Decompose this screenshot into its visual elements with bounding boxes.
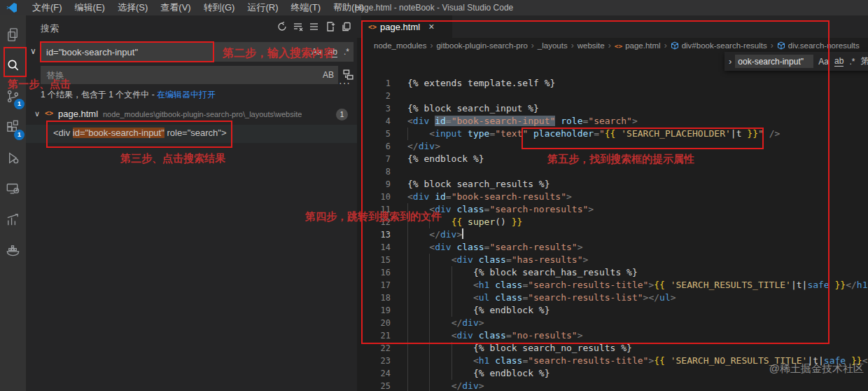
code-line[interactable]: 16 {% block search_has_results %} (357, 266, 868, 279)
code-line[interactable]: 17 <h1 class="search-results-title">{{ '… (357, 279, 868, 291)
activity-source-control[interactable]: 1 (0, 81, 26, 111)
find-regex-toggle[interactable]: .* (849, 57, 855, 67)
refresh-icon[interactable] (276, 21, 288, 32)
code-line[interactable]: 5 <input type="text" placeholder="{{ 'SE… (357, 128, 868, 140)
line-content: </div> (402, 380, 868, 391)
breadcrumb-item[interactable]: div#book-search-results (671, 41, 767, 50)
line-content: <div id="book-search-results"> (402, 191, 868, 203)
code-token (462, 128, 468, 139)
line-number: 21 (357, 329, 402, 342)
file-chevron-icon[interactable]: ∨ (34, 109, 40, 118)
new-search-editor-icon[interactable] (325, 21, 336, 32)
code-line[interactable]: 22 {% block search_no_results %} (357, 342, 868, 355)
code-area[interactable]: 1{% extends template.self %}23{% block s… (357, 77, 868, 391)
code-line[interactable]: 6</div> (357, 140, 868, 153)
code-line[interactable]: 9{% block search_results %} (357, 178, 868, 191)
menu-item[interactable]: 选择(S) (111, 0, 154, 15)
menu-item[interactable]: 转到(G) (197, 0, 241, 15)
preserve-case-toggle[interactable]: AB (323, 70, 334, 80)
whole-word-toggle[interactable]: ab (328, 47, 337, 57)
code-token (407, 292, 473, 303)
activity-remote-explorer[interactable] (0, 173, 26, 204)
line-content: <div class="no-results"> (402, 329, 868, 342)
code-line[interactable]: 21 <div class="no-results"> (357, 329, 868, 342)
line-number: 22 (357, 342, 402, 355)
indent-guide (429, 342, 430, 355)
code-line[interactable]: 18 <ul class="search-results-list"></ul> (357, 291, 868, 304)
tab-label: page.html (380, 22, 420, 32)
activity-run-debug[interactable] (0, 142, 26, 173)
menu-item[interactable]: 文件(F) (26, 0, 69, 15)
breadcrumb-item[interactable]: <>page.html (615, 41, 661, 50)
activity-extensions[interactable]: 1 (0, 111, 26, 142)
breadcrumb-item[interactable]: div.search-noresults (777, 41, 860, 50)
code-token (407, 204, 429, 214)
code-line[interactable]: 2 (357, 90, 868, 102)
indent-guide (451, 279, 452, 291)
code-line[interactable]: 11 <div class="search-noresults"> (357, 203, 868, 216)
regex-toggle[interactable]: .* (344, 47, 349, 57)
code-token: "search-results-list" (528, 292, 643, 303)
docker-icon (5, 242, 21, 259)
line-content: {% endblock %} (402, 367, 868, 380)
code-line[interactable]: 15 <div class="has-results"> (357, 254, 868, 266)
replace-input[interactable] (41, 66, 307, 84)
activity-explorer[interactable] (0, 19, 26, 50)
code-line[interactable]: 14 <div class="search-results"> (357, 241, 868, 254)
tab-close-icon[interactable]: × (428, 21, 434, 32)
code-token: {% endblock %} (407, 153, 484, 164)
activity-search[interactable] (0, 50, 26, 81)
code-token: > (479, 317, 484, 328)
search-input[interactable] (41, 42, 298, 62)
code-token: </ (846, 280, 857, 290)
breadcrumb-item[interactable]: gitbook-plugin-search-pro (436, 41, 527, 50)
line-content: <div class="search-noresults"> (402, 203, 868, 216)
breadcrumb-label: div.search-noresults (788, 41, 860, 50)
find-input[interactable] (735, 55, 813, 68)
code-token: class (495, 292, 522, 303)
code-line[interactable]: 20 </div> (357, 317, 868, 329)
activity-docker[interactable] (0, 235, 26, 266)
code-line[interactable]: 8 (357, 165, 868, 178)
code-line[interactable]: 19 {% endblock %} (357, 304, 868, 317)
code-line[interactable]: 13 </div> (357, 228, 868, 241)
code-line[interactable]: 7{% endblock %} (357, 153, 868, 165)
find-expand-chevron[interactable]: › (729, 56, 732, 67)
line-content: {% block search_has_results %} (402, 266, 868, 279)
code-token: "book-search-results" (451, 191, 566, 202)
code-line[interactable]: 4<div id="book-search-input" role="searc… (357, 115, 868, 128)
run-debug-icon (5, 150, 21, 166)
clear-search-results-icon[interactable] (293, 21, 304, 32)
menu-item[interactable]: 运行(R) (241, 0, 284, 15)
find-whole-word-toggle[interactable]: ab (834, 56, 844, 67)
toggle-replace-chevron[interactable]: ∨ (30, 46, 36, 56)
menu-item[interactable]: 查看(V) (154, 0, 197, 15)
code-token: type (468, 128, 489, 139)
breadcrumb-item[interactable]: website (578, 41, 605, 50)
html-file-icon: <> (45, 109, 53, 117)
code-line[interactable]: 10<div id="book-search-results"> (357, 191, 868, 203)
collapse-results-icon[interactable] (309, 21, 320, 32)
match-case-toggle[interactable]: Aa (312, 47, 322, 57)
toggle-search-details[interactable]: ··· (339, 77, 351, 88)
menu-item[interactable]: 终端(T) (284, 0, 327, 15)
breadcrumb-item[interactable]: _layouts (538, 41, 568, 50)
find-match-case-toggle[interactable]: Aa (818, 57, 829, 67)
indent-guide (451, 266, 452, 279)
result-match-row[interactable]: <div id="book-search-input" role="search… (26, 125, 357, 143)
code-line[interactable]: 24 {% endblock %} (357, 367, 868, 380)
open-in-editor-link[interactable]: 在编辑器中打开 (157, 90, 216, 100)
menu-item[interactable]: 编辑(E) (69, 0, 111, 15)
tab-page-html[interactable]: <> page.html × (361, 15, 452, 38)
result-file-row[interactable]: ∨ <> page.html node_modules\gitbook-plug… (26, 107, 357, 123)
code-line[interactable]: 1{% extends template.self %} (357, 77, 868, 90)
symbol-cube-icon (671, 41, 679, 50)
open-in-editor-icon[interactable] (341, 21, 352, 32)
activity-analytics[interactable] (0, 204, 26, 235)
code-line[interactable]: 23 <h1 class="search-results-title">{{ '… (357, 355, 868, 367)
code-line[interactable]: 12 {{ super() }} (357, 216, 868, 228)
code-line[interactable]: 3{% block search_input %} (357, 102, 868, 115)
breadcrumb-item[interactable]: node_modules (374, 41, 426, 50)
code-token: class (495, 355, 522, 366)
code-line[interactable]: 25 </div> (357, 380, 868, 391)
